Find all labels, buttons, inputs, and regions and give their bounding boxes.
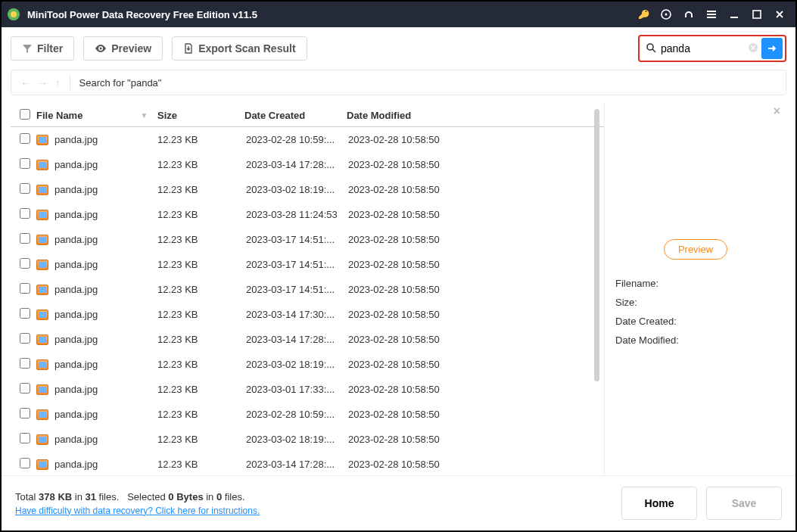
- row-checkbox[interactable]: [20, 458, 30, 468]
- table-row[interactable]: panda.jpg12.23 KB2023-03-01 17:33:...202…: [11, 377, 604, 402]
- filter-button[interactable]: Filter: [11, 36, 74, 61]
- col-created[interactable]: Date Created: [244, 110, 347, 121]
- cell-modified: 2023-02-28 10:58:50: [348, 309, 469, 320]
- table-row[interactable]: panda.jpg12.23 KB2023-03-14 17:28:...202…: [11, 452, 604, 475]
- preview-button[interactable]: Preview: [83, 36, 163, 61]
- cell-created: 2023-03-14 17:28:...: [246, 334, 348, 345]
- table-row[interactable]: panda.jpg12.23 KB2023-03-02 18:19:...202…: [11, 177, 604, 202]
- search-input[interactable]: [661, 42, 748, 54]
- svg-rect-5: [753, 11, 761, 18]
- help-link[interactable]: Have difficulty with data recovery? Clic…: [15, 506, 260, 516]
- disc-icon[interactable]: [656, 5, 676, 24]
- cell-size: 12.23 KB: [157, 459, 246, 470]
- cell-modified: 2023-02-28 10:58:50: [348, 184, 469, 195]
- maximize-icon[interactable]: [747, 5, 767, 24]
- minimize-icon[interactable]: [724, 5, 744, 24]
- cell-name: panda.jpg: [54, 159, 157, 170]
- cell-name: panda.jpg: [54, 259, 157, 270]
- table-row[interactable]: panda.jpg12.23 KB2023-03-14 17:30:...202…: [11, 302, 604, 327]
- image-file-icon: [36, 210, 48, 220]
- table-row[interactable]: panda.jpg12.23 KB2023-03-17 14:51:...202…: [11, 277, 604, 302]
- sort-icon[interactable]: ▼: [140, 111, 148, 120]
- svg-point-1: [11, 11, 17, 17]
- close-icon[interactable]: [770, 5, 789, 24]
- row-checkbox[interactable]: [20, 158, 30, 169]
- nav-back-icon[interactable]: ←: [20, 77, 30, 89]
- cell-name: panda.jpg: [54, 434, 157, 445]
- cell-modified: 2023-02-28 10:58:50: [348, 409, 469, 420]
- cell-modified: 2023-02-28 10:58:50: [348, 384, 469, 395]
- row-checkbox[interactable]: [20, 183, 30, 194]
- key-icon[interactable]: [634, 5, 653, 24]
- row-checkbox[interactable]: [20, 258, 30, 269]
- cell-created: 2023-02-28 10:59:...: [246, 134, 348, 145]
- col-name[interactable]: File Name: [36, 110, 83, 121]
- image-file-icon: [36, 260, 48, 270]
- scrollbar[interactable]: [594, 109, 599, 381]
- cell-size: 12.23 KB: [157, 209, 246, 220]
- preview-modified-label: Date Modified:: [615, 334, 780, 346]
- preview-label: Preview: [111, 42, 151, 54]
- row-checkbox[interactable]: [20, 333, 30, 344]
- nav-up-icon[interactable]: ↑: [55, 77, 61, 89]
- image-file-icon: [36, 160, 48, 170]
- row-checkbox[interactable]: [20, 133, 30, 144]
- cell-modified: 2023-02-28 10:58:50: [348, 284, 469, 295]
- cell-size: 12.23 KB: [157, 434, 246, 445]
- row-checkbox[interactable]: [20, 283, 30, 294]
- nav-forward-icon[interactable]: →: [38, 77, 48, 89]
- table-row[interactable]: panda.jpg12.23 KB2023-02-28 10:59:...202…: [11, 402, 604, 427]
- row-checkbox[interactable]: [20, 383, 30, 394]
- cell-size: 12.23 KB: [157, 159, 246, 170]
- preview-created-label: Date Created:: [615, 316, 780, 327]
- svg-point-6: [100, 48, 102, 50]
- cell-size: 12.23 KB: [157, 359, 246, 370]
- breadcrumb: ← → ↑ Search for "panda": [11, 70, 786, 95]
- close-preview-icon[interactable]: ×: [774, 104, 780, 118]
- table-row[interactable]: panda.jpg12.23 KB2023-03-14 17:28:...202…: [11, 327, 604, 352]
- cell-created: 2023-03-28 11:24:53: [246, 209, 348, 220]
- image-file-icon: [36, 135, 48, 145]
- menu-icon[interactable]: [702, 5, 721, 24]
- image-file-icon: [36, 185, 48, 195]
- row-checkbox[interactable]: [20, 408, 30, 418]
- select-all-checkbox[interactable]: [20, 109, 30, 120]
- cell-size: 12.23 KB: [157, 384, 246, 395]
- headphones-icon[interactable]: [679, 5, 699, 24]
- cell-name: panda.jpg: [54, 384, 157, 395]
- table-row[interactable]: panda.jpg12.23 KB2023-02-28 10:59:...202…: [11, 127, 604, 152]
- row-checkbox[interactable]: [20, 208, 30, 219]
- row-checkbox[interactable]: [20, 358, 30, 369]
- cell-modified: 2023-02-28 10:58:50: [348, 359, 469, 370]
- cell-size: 12.23 KB: [157, 409, 246, 420]
- window-title: MiniTool Power Data Recovery Free Editio…: [27, 9, 630, 20]
- col-modified[interactable]: Date Modified: [347, 110, 468, 121]
- save-button[interactable]: Save: [706, 487, 782, 520]
- search-box: [638, 35, 786, 62]
- filter-icon: [22, 43, 33, 54]
- export-button[interactable]: Export Scan Result: [172, 36, 307, 61]
- table-row[interactable]: panda.jpg12.23 KB2023-03-02 18:19:...202…: [11, 352, 604, 377]
- row-checkbox[interactable]: [20, 233, 30, 244]
- open-preview-button[interactable]: Preview: [664, 239, 727, 260]
- table-row[interactable]: panda.jpg12.23 KB2023-03-17 14:51:...202…: [11, 227, 604, 252]
- cell-modified: 2023-02-28 10:58:50: [348, 234, 469, 245]
- filter-label: Filter: [37, 42, 63, 54]
- search-submit-button[interactable]: [761, 38, 783, 59]
- cell-modified: 2023-02-28 10:58:50: [348, 259, 469, 270]
- cell-modified: 2023-02-28 10:58:50: [348, 134, 469, 145]
- table-row[interactable]: panda.jpg12.23 KB2023-03-14 17:28:...202…: [11, 152, 604, 177]
- cell-created: 2023-03-14 17:30:...: [246, 309, 348, 320]
- home-button[interactable]: Home: [621, 487, 697, 520]
- svg-rect-4: [730, 17, 738, 18]
- table-row[interactable]: panda.jpg12.23 KB2023-03-17 14:51:...202…: [11, 252, 604, 277]
- row-checkbox[interactable]: [20, 433, 30, 443]
- table-row[interactable]: panda.jpg12.23 KB2023-03-28 11:24:532023…: [11, 202, 604, 227]
- clear-search-icon[interactable]: [748, 42, 758, 55]
- col-size[interactable]: Size: [157, 110, 244, 121]
- cell-size: 12.23 KB: [157, 259, 246, 270]
- row-checkbox[interactable]: [20, 308, 30, 319]
- table-row[interactable]: panda.jpg12.23 KB2023-03-02 18:19:...202…: [11, 427, 604, 452]
- cell-name: panda.jpg: [54, 234, 157, 245]
- cell-created: 2023-03-02 18:19:...: [246, 184, 348, 195]
